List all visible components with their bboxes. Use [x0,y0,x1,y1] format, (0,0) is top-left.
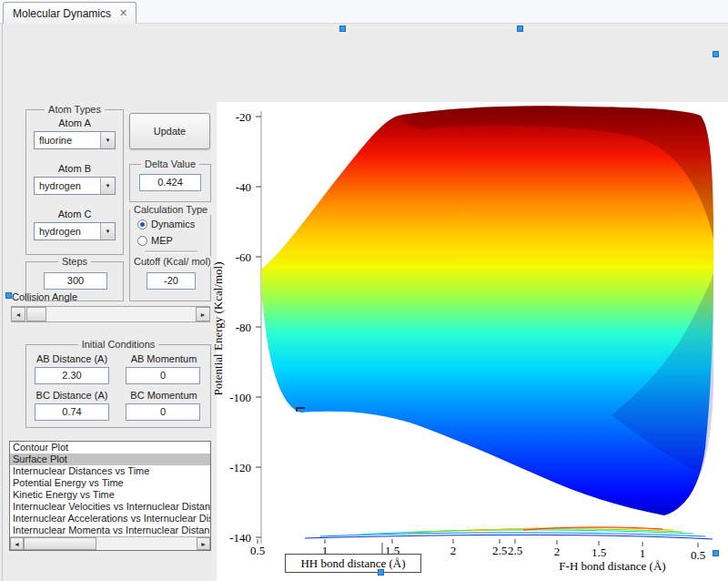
atom-types-title: Atom Types [26,104,123,115]
selection-handle[interactable] [5,292,12,299]
list-item[interactable]: Contour Plot [10,442,210,454]
chevron-down-icon[interactable]: ▼ [100,223,115,240]
delta-value-title: Delta Value [130,158,210,169]
list-item[interactable]: Internuclear Velocities vs Internuclear … [10,501,210,513]
atom-b-value: hydrogen [35,178,100,194]
initial-conditions-panel: Initial Conditions AB Distance (A) AB Mo… [25,344,211,428]
plot-type-listbox[interactable]: Contour Plot Surface Plot Internuclear D… [9,441,211,551]
radio-dynamics-label: Dynamics [151,219,195,229]
scrollbar-thumb[interactable] [24,537,96,550]
delta-value-panel: Delta Value 0.424 [129,164,211,202]
calculation-type-title: Calculation Type [130,204,210,215]
tab-bar: Molecular Dynamics ✕ [0,0,728,24]
steps-field[interactable]: 300 [44,272,107,290]
bc-momentum-label: BC Momentum [121,390,207,401]
bc-distance-label: BC Distance (A) [31,390,113,401]
cutoff-panel: Cutoff (Kcal/ mol) -20 [129,261,211,301]
chevron-down-icon[interactable]: ▼ [100,178,115,194]
delta-value-field[interactable]: 0.424 [139,174,201,191]
list-item[interactable]: Internuclear Distances vs Time [10,465,210,477]
scrollbar-left-arrow-icon[interactable]: ◄ [10,537,24,550]
atom-types-panel: Atom Types Atom A fluorine ▼ Atom B hydr… [25,109,124,255]
slider-right-arrow-icon[interactable]: ► [196,307,210,321]
atom-a-value: fluorine [35,132,100,148]
chevron-down-icon[interactable]: ▼ [100,132,115,148]
selection-handle[interactable] [339,25,346,32]
atom-c-label: Atom C [26,209,123,219]
tab-molecular-dynamics[interactable]: Molecular Dynamics ✕ [3,2,136,24]
x1-tick: 0.5 [244,544,271,558]
cutoff-title: Cutoff (Kcal/ mol) [130,256,210,267]
y-tick: -20 [220,110,251,125]
atom-b-dropdown[interactable]: hydrogen ▼ [34,177,116,195]
ab-momentum-field[interactable]: 0 [126,367,200,384]
ab-momentum-label: AB Momentum [121,353,207,364]
selection-handle[interactable] [517,25,523,32]
atom-c-dropdown[interactable]: hydrogen ▼ [34,222,116,240]
radio-selected-icon[interactable] [137,219,147,229]
x1-axis-label: HH bond distance (Å) [285,554,421,573]
list-item[interactable]: Potential Energy vs Time [10,477,210,489]
atom-c-value: hydrogen [35,223,100,240]
ab-distance-label: AB Distance (A) [31,353,113,364]
slider-left-arrow-icon[interactable]: ◄ [11,307,25,321]
selection-handle[interactable] [713,51,719,57]
collision-angle-label: Collision Angle [12,291,77,302]
slider-thumb[interactable] [26,307,46,321]
atom-b-label: Atom B [26,163,123,174]
x2-tick: 0.5 [684,548,712,563]
scrollbar-right-arrow-icon[interactable]: ► [197,537,210,550]
list-item-selected[interactable]: Surface Plot [10,454,210,465]
panel-left-border [2,24,3,581]
surface-mesh [261,106,713,515]
close-icon[interactable]: ✕ [119,7,127,24]
initial-conditions-title: Initial Conditions [26,339,210,350]
selection-handle[interactable] [378,569,384,576]
x2-axis-label: F-H bond distance (Å) [544,559,681,574]
tab-title: Molecular Dynamics [13,7,111,24]
potential-energy-surface-plot [217,102,728,581]
x2-tick: 2 [543,545,571,559]
bc-distance-field[interactable]: 0.74 [35,403,109,421]
radio-mep[interactable]: MEP [137,235,173,246]
list-item[interactable]: Kinetic Energy vs Time [10,489,210,501]
cutoff-field[interactable]: -20 [147,272,196,290]
panel-divider [145,250,197,253]
atom-a-dropdown[interactable]: fluorine ▼ [34,131,116,149]
y-tick: -120 [220,461,251,475]
app-window: Molecular Dynamics ✕ Atom Types Atom A f… [0,0,728,581]
x2-tick: 1.5 [585,545,612,560]
y-tick: -40 [220,180,251,195]
listbox-horizontal-scrollbar[interactable]: ◄ ► [10,536,210,550]
base-contour-lines [305,527,713,539]
radio-mep-label: MEP [151,235,173,246]
list-item[interactable]: Internuclear Accelerations vs Internucle… [10,513,210,525]
ab-distance-field[interactable]: 2.30 [35,367,109,384]
x2-tick: 2.5 [501,544,529,558]
update-button[interactable]: Update [129,113,210,149]
collision-angle-slider[interactable]: ◄ ► [11,306,210,322]
radio-dynamics[interactable]: Dynamics [137,219,195,229]
radio-unselected-icon[interactable] [137,236,147,246]
steps-title: Steps [26,256,123,267]
y-axis-label: Potential Energy (Kcal/mol) [211,229,226,429]
bc-momentum-field[interactable]: 0 [126,403,200,421]
x1-tick: 2 [440,544,467,558]
atom-a-label: Atom A [26,117,123,128]
selection-handle[interactable] [713,550,719,556]
list-item[interactable]: Internuclear Momenta vs Internuclear Dis… [10,525,210,536]
